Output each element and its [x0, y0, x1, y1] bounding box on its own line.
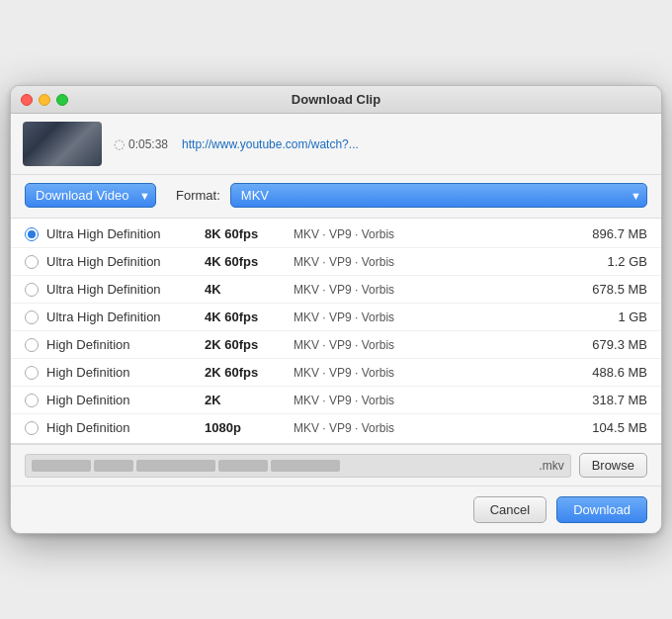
quality-label: High Definition — [46, 420, 205, 435]
path-block-5 — [271, 460, 340, 472]
size-label: 104.5 MB — [568, 420, 647, 435]
minimize-button[interactable] — [39, 94, 50, 106]
radio-col — [25, 255, 46, 269]
maximize-button[interactable] — [56, 94, 68, 106]
resolution-row[interactable]: Ultra High Definition 8K 60fps MKV · VP9… — [11, 221, 661, 248]
browse-button[interactable]: Browse — [579, 453, 647, 478]
size-label: 1.2 GB — [568, 254, 647, 269]
size-label: 678.5 MB — [568, 282, 647, 297]
fps-label: 2K 60fps — [205, 337, 294, 352]
size-label: 1 GB — [568, 310, 647, 324]
size-label: 318.7 MB — [568, 393, 647, 407]
codec-label: MKV · VP9 · Vorbis — [294, 255, 568, 269]
radio-col — [25, 283, 46, 297]
duration-text: 0:05:38 — [128, 137, 168, 151]
video-thumbnail — [23, 122, 102, 166]
format-label: Format: — [176, 188, 220, 203]
resolution-row[interactable]: Ultra High Definition 4K MKV · VP9 · Vor… — [11, 276, 661, 304]
radio-button[interactable] — [25, 394, 39, 407]
toolbar: ◌ 0:05:38 http://www.youtube.com/watch?.… — [11, 114, 661, 175]
traffic-lights — [21, 94, 68, 106]
path-block-4 — [218, 460, 268, 472]
quality-label: Ultra High Definition — [46, 226, 205, 241]
window-title: Download Clip — [292, 92, 380, 107]
radio-col — [25, 338, 46, 352]
radio-button[interactable] — [25, 310, 39, 324]
meta-info: ◌ 0:05:38 http://www.youtube.com/watch?.… — [114, 136, 649, 151]
radio-button[interactable] — [25, 283, 39, 297]
quality-label: High Definition — [46, 393, 205, 407]
radio-button[interactable] — [25, 227, 39, 241]
title-bar: Download Clip — [11, 86, 661, 114]
quality-label: Ultra High Definition — [46, 254, 205, 269]
cancel-button[interactable]: Cancel — [473, 496, 546, 523]
codec-label: MKV · VP9 · Vorbis — [294, 227, 568, 241]
action-bar: Cancel Download — [11, 486, 661, 533]
radio-button[interactable] — [25, 338, 39, 352]
resolution-row[interactable]: Ultra High Definition 4K 60fps MKV · VP9… — [11, 248, 661, 276]
download-clip-window: Download Clip ◌ 0:05:38 http://www.youtu… — [10, 85, 662, 534]
path-block-3 — [136, 460, 215, 472]
fps-label: 4K — [205, 282, 294, 297]
quality-label: High Definition — [46, 365, 205, 380]
size-label: 488.6 MB — [568, 365, 647, 380]
resolution-row[interactable]: High Definition 2K MKV · VP9 · Vorbis 31… — [11, 387, 661, 414]
controls-bar: Download Video Download Audio ▼ Format: … — [11, 175, 661, 219]
radio-button[interactable] — [25, 421, 39, 435]
radio-col — [25, 421, 46, 435]
fps-label: 1080p — [205, 420, 294, 435]
radio-col — [25, 366, 46, 380]
codec-label: MKV · VP9 · Vorbis — [294, 310, 568, 324]
fps-label: 4K 60fps — [205, 310, 294, 324]
size-label: 679.3 MB — [568, 337, 647, 352]
download-button[interactable]: Download — [556, 496, 647, 523]
file-path-bar: .mkv Browse — [11, 444, 661, 486]
fps-label: 2K — [205, 393, 294, 407]
file-extension: .mkv — [539, 459, 563, 473]
radio-col — [25, 227, 46, 241]
fps-label: 8K 60fps — [205, 226, 294, 241]
file-path-blurred — [32, 460, 535, 472]
download-type-wrapper: Download Video Download Audio ▼ — [25, 183, 156, 208]
path-block-2 — [94, 460, 133, 472]
quality-label: Ultra High Definition — [46, 310, 205, 324]
codec-label: MKV · VP9 · Vorbis — [294, 338, 568, 352]
codec-label: MKV · VP9 · Vorbis — [294, 283, 568, 297]
codec-label: MKV · VP9 · Vorbis — [294, 394, 568, 407]
fps-label: 2K 60fps — [205, 365, 294, 380]
resolution-row[interactable]: Ultra High Definition 4K 60fps MKV · VP9… — [11, 304, 661, 331]
file-path-field: .mkv — [25, 454, 571, 478]
format-select-wrapper: MKV MP4 AVI MOV ▼ — [230, 183, 647, 208]
radio-button[interactable] — [25, 366, 39, 380]
size-label: 896.7 MB — [568, 226, 647, 241]
radio-dot — [28, 230, 36, 238]
resolution-row[interactable]: High Definition 2K 60fps MKV · VP9 · Vor… — [11, 359, 661, 387]
resolution-row[interactable]: High Definition 2K 60fps MKV · VP9 · Vor… — [11, 331, 661, 359]
resolution-list: Ultra High Definition 8K 60fps MKV · VP9… — [11, 219, 661, 444]
radio-col — [25, 310, 46, 324]
radio-button[interactable] — [25, 255, 39, 269]
download-type-select[interactable]: Download Video Download Audio — [25, 183, 156, 208]
fps-label: 4K 60fps — [205, 254, 294, 269]
path-block-1 — [32, 460, 91, 472]
codec-label: MKV · VP9 · Vorbis — [294, 421, 568, 435]
radio-col — [25, 394, 46, 407]
close-button[interactable] — [21, 94, 33, 106]
duration-display: ◌ 0:05:38 — [114, 136, 168, 151]
quality-label: Ultra High Definition — [46, 282, 205, 297]
resolution-row[interactable]: High Definition 1080p MKV · VP9 · Vorbis… — [11, 414, 661, 441]
quality-label: High Definition — [46, 337, 205, 352]
codec-label: MKV · VP9 · Vorbis — [294, 366, 568, 380]
clock-icon: ◌ — [114, 136, 125, 151]
format-select[interactable]: MKV MP4 AVI MOV — [230, 183, 647, 208]
video-url-link[interactable]: http://www.youtube.com/watch?... — [182, 137, 359, 151]
